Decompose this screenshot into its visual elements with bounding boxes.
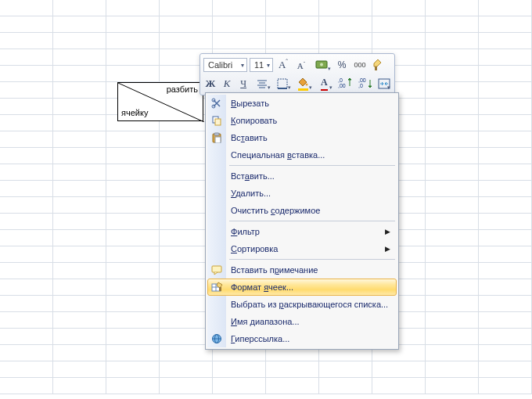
svg-text:,00: ,00 xyxy=(338,83,346,88)
percent-icon: % xyxy=(338,59,347,70)
align-center-button[interactable]: ▾ xyxy=(253,76,271,92)
menu-delete[interactable]: Удалить... xyxy=(207,185,397,202)
menu-copy[interactable]: Копировать xyxy=(207,112,397,129)
money-icon xyxy=(315,59,328,70)
bold-button[interactable]: Ж xyxy=(203,76,217,92)
menu-hyperlink[interactable]: Гиперссылка... xyxy=(207,330,397,347)
menu-label: Специальная вставка... xyxy=(231,150,325,160)
chevron-down-icon: ▾ xyxy=(288,84,291,91)
svg-point-10 xyxy=(306,83,308,85)
submenu-arrow-icon: ▶ xyxy=(385,245,390,253)
menu-label: Вставить xyxy=(231,133,268,142)
svg-rect-27 xyxy=(219,287,221,291)
cell-text-top: разбить xyxy=(167,84,198,94)
scissors-icon xyxy=(210,97,223,110)
diagonal-split-cell[interactable]: разбить ячейку xyxy=(117,82,203,121)
font-color-icon: A xyxy=(321,77,328,91)
borders-button[interactable]: ▾ xyxy=(274,76,292,92)
chevron-down-icon: ▾ xyxy=(329,84,332,91)
menu-label: Гиперссылка... xyxy=(231,334,289,343)
menu-label: Очистить содержимое xyxy=(231,206,320,215)
font-size-selector[interactable]: 11 ▾ xyxy=(250,58,273,72)
menu-insert-comment[interactable]: Вставить примечание xyxy=(207,261,397,279)
svg-text:,0: ,0 xyxy=(358,83,363,88)
chevron-down-icon: ▾ xyxy=(387,84,390,91)
font-size-value: 11 xyxy=(254,60,264,70)
border-icon xyxy=(277,78,288,89)
mini-format-toolbar: Calibri ▾ 11 ▾ Aˆ Aˇ ▾ % 000 Ж К Ч ▾ ▾ xyxy=(200,53,395,95)
menu-separator xyxy=(229,221,395,221)
menu-label: Формат ячеек... xyxy=(231,282,293,292)
svg-rect-8 xyxy=(278,79,287,88)
menu-separator xyxy=(229,259,395,260)
svg-text:,00: ,00 xyxy=(358,77,366,83)
copy-icon xyxy=(210,114,223,127)
menu-clear-contents[interactable]: Очистить содержимое xyxy=(207,202,397,219)
svg-rect-22 xyxy=(215,137,221,143)
menu-paste[interactable]: Вставить xyxy=(207,129,397,146)
globe-icon xyxy=(210,332,223,345)
menu-label: Удалить... xyxy=(231,189,271,198)
chevron-down-icon: ▾ xyxy=(328,66,331,72)
chevron-down-icon: ▾ xyxy=(241,62,244,69)
chevron-down-icon: ▾ xyxy=(267,62,270,69)
menu-pick-from-list[interactable]: Выбрать из раскрывающегося списка... xyxy=(207,296,397,313)
menu-separator xyxy=(229,165,395,166)
underline-button[interactable]: Ч xyxy=(236,76,250,92)
menu-sort[interactable]: Сортировка ▶ xyxy=(207,240,397,257)
font-name-selector[interactable]: Calibri ▾ xyxy=(203,58,247,72)
format-cells-icon xyxy=(211,281,224,293)
comma-format-button[interactable]: 000 xyxy=(352,57,368,73)
menu-label: Сортировка xyxy=(231,244,278,253)
merge-cells-button[interactable]: ▾ xyxy=(377,76,391,92)
svg-rect-3 xyxy=(375,66,377,70)
comment-icon xyxy=(210,264,223,276)
menu-cut[interactable]: Вырезать xyxy=(207,95,397,112)
decrease-font-button[interactable]: Aˇ xyxy=(293,57,309,73)
menu-insert[interactable]: Вставить... xyxy=(207,167,397,185)
increase-decimal-button[interactable]: ,0,00 xyxy=(336,76,354,92)
submenu-arrow-icon: ▶ xyxy=(385,228,390,235)
menu-label: Вставить... xyxy=(231,171,275,181)
chevron-down-icon: ▾ xyxy=(268,84,271,91)
menu-paste-special[interactable]: Специальная вставка... xyxy=(207,146,397,164)
clipboard-icon xyxy=(210,131,223,144)
percent-format-button[interactable]: % xyxy=(334,57,350,73)
bucket-icon xyxy=(298,77,308,91)
accounting-format-button[interactable]: ▾ xyxy=(311,57,332,73)
paintbrush-icon xyxy=(372,59,383,71)
svg-rect-19 xyxy=(215,119,221,125)
context-menu: Вырезать Копировать Вставить Специальная… xyxy=(205,92,399,350)
svg-rect-21 xyxy=(214,133,219,135)
italic-button[interactable]: К xyxy=(220,76,234,92)
format-painter-button[interactable] xyxy=(370,57,386,73)
menu-label: Вырезать xyxy=(231,99,269,108)
svg-text:,0: ,0 xyxy=(338,77,343,83)
menu-label: Копировать xyxy=(231,116,277,125)
menu-name-range[interactable]: Имя диапазона... xyxy=(207,313,397,330)
increase-decimal-icon: ,0,00 xyxy=(338,77,352,90)
svg-rect-23 xyxy=(212,266,221,272)
align-icon xyxy=(257,79,268,88)
svg-point-2 xyxy=(320,63,323,66)
menu-format-cells[interactable]: Формат ячеек... xyxy=(207,279,397,296)
menu-label: Вставить примечание xyxy=(231,265,318,275)
decrease-decimal-icon: ,00,0 xyxy=(358,77,372,90)
increase-font-button[interactable]: Aˆ xyxy=(275,57,291,73)
menu-filter[interactable]: Фильтр ▶ xyxy=(207,223,397,240)
decrease-decimal-button[interactable]: ,00,0 xyxy=(356,76,374,92)
thousands-label: 000 xyxy=(354,61,365,69)
menu-label: Фильтр xyxy=(231,227,260,236)
font-color-button[interactable]: A ▾ xyxy=(315,76,333,92)
chevron-down-icon: ▾ xyxy=(309,84,312,91)
fill-color-button[interactable]: ▾ xyxy=(294,76,312,92)
cell-text-bottom: ячейку xyxy=(121,108,148,117)
menu-label: Выбрать из раскрывающегося списка... xyxy=(231,300,388,309)
menu-label: Имя диапазона... xyxy=(231,317,300,326)
font-name-value: Calibri xyxy=(208,60,232,70)
